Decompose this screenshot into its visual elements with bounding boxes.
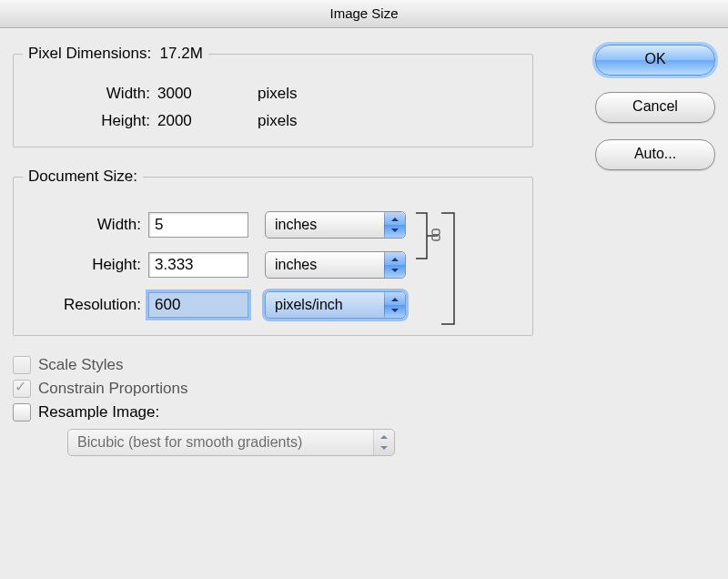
ds-height-input-wrap — [148, 252, 248, 278]
pixel-dimensions-group: Pixel Dimensions: 17.2M Width: 3000 pixe… — [13, 45, 533, 147]
scale-styles-checkbox — [13, 356, 31, 374]
dialog-title: Image Size — [0, 0, 728, 28]
scale-styles-label: Scale Styles — [38, 356, 124, 374]
ok-button[interactable]: OK — [595, 45, 715, 76]
constrain-proportions-label: Constrain Proportions — [38, 380, 187, 398]
cancel-button[interactable]: Cancel — [595, 92, 715, 123]
resolution-unit-select[interactable]: pixels/inch — [265, 291, 406, 319]
height-input[interactable] — [148, 252, 248, 278]
document-size-legend: Document Size: — [23, 168, 143, 186]
width-input[interactable] — [148, 212, 248, 238]
constrain-proportions-row: Constrain Proportions — [13, 380, 533, 398]
resample-image-checkbox[interactable] — [13, 403, 31, 422]
resample-method-select: Bicubic (best for smooth gradients) — [67, 429, 395, 456]
resample-image-label: Resample Image: — [38, 403, 159, 422]
ds-resolution-input-wrap — [148, 292, 248, 318]
pixel-dimensions-legend: Pixel Dimensions: 17.2M — [23, 45, 208, 63]
stepper-icon — [384, 292, 405, 318]
pd-width-label: Width: — [23, 85, 157, 103]
ds-height-label: Height: — [23, 256, 148, 274]
height-unit-value: inches — [275, 257, 317, 273]
scale-styles-row: Scale Styles — [13, 356, 533, 374]
resample-image-row: Resample Image: — [13, 403, 533, 422]
pixel-dimensions-legend-prefix: Pixel Dimensions: — [28, 45, 151, 62]
pd-height-value: 2000 — [157, 112, 258, 130]
auto-button[interactable]: Auto... — [595, 139, 715, 170]
height-unit-select[interactable]: inches — [265, 251, 406, 279]
constrain-proportions-checkbox — [13, 380, 31, 398]
svg-rect-0 — [432, 229, 440, 235]
constrain-link-icon — [414, 206, 478, 342]
pd-width-unit: pixels — [258, 85, 297, 103]
resample-method-value: Bicubic (best for smooth gradients) — [77, 434, 302, 451]
pd-height-unit: pixels — [258, 112, 297, 130]
resolution-unit-value: pixels/inch — [275, 297, 343, 313]
ds-width-input-wrap — [148, 212, 248, 238]
stepper-icon — [384, 212, 405, 238]
pixel-dimensions-size: 17.2M — [160, 45, 203, 62]
pd-width-value: 3000 — [157, 85, 258, 103]
width-unit-select[interactable]: inches — [265, 211, 406, 239]
image-size-dialog: Image Size Pixel Dimensions: 17.2M Width… — [0, 0, 728, 579]
stepper-icon — [373, 430, 394, 455]
width-unit-value: inches — [275, 217, 317, 233]
pd-height-label: Height: — [23, 112, 157, 130]
ds-resolution-label: Resolution: — [23, 296, 148, 314]
ds-width-label: Width: — [23, 216, 148, 234]
document-size-group: Document Size: Width: — [13, 168, 533, 336]
resolution-input[interactable] — [148, 292, 248, 318]
stepper-icon — [384, 252, 405, 278]
